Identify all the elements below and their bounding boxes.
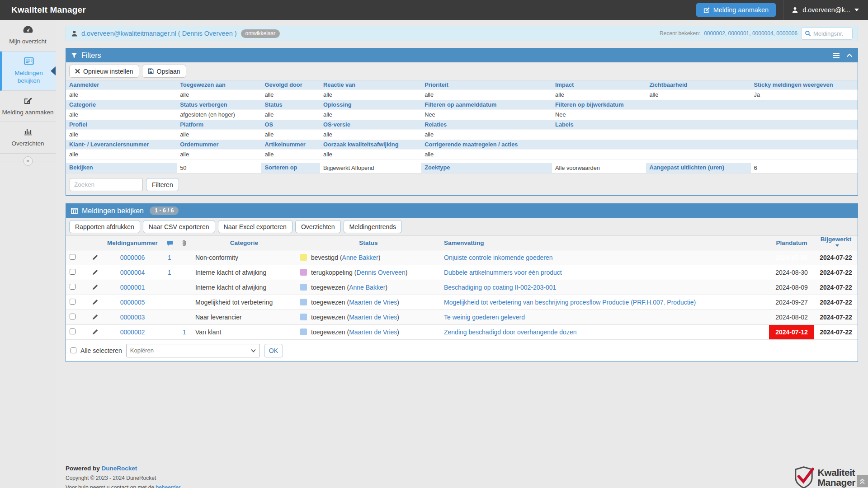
filter-value[interactable]: alle <box>261 150 320 160</box>
create-report-button[interactable]: Melding aanmaken <box>696 3 776 17</box>
assignee-link[interactable]: Maarten de Vries <box>349 314 397 321</box>
reset-filters-button[interactable]: Opnieuw instellen <box>69 65 139 78</box>
filter-label[interactable]: Sorteren op <box>261 163 320 174</box>
filter-value[interactable]: alle <box>66 130 177 140</box>
admin-contact-link[interactable]: beheerder <box>156 484 180 488</box>
edit-pencil-icon[interactable] <box>90 314 99 320</box>
filter-value[interactable]: alle <box>421 130 552 140</box>
filter-label[interactable]: Zoektype <box>421 163 552 174</box>
issue-id-link[interactable]: 0000002 <box>120 328 145 336</box>
edit-pencil-icon[interactable] <box>90 269 99 276</box>
issue-summary-link[interactable]: Dubbele artikelnummers voor één product <box>444 269 562 276</box>
filter-label[interactable]: Impact <box>552 80 646 90</box>
paperclip-icon[interactable] <box>177 236 192 250</box>
issue-number-input[interactable] <box>813 30 849 37</box>
filter-value[interactable]: alle <box>261 130 320 140</box>
user-menu[interactable]: d.overveen@k... <box>783 0 868 20</box>
filter-label[interactable]: Gevolgd door <box>261 80 320 90</box>
filter-value[interactable]: alle <box>320 90 421 100</box>
sidebar-collapse-toggle[interactable]: « <box>23 156 33 166</box>
filter-label[interactable]: Labels <box>552 120 646 130</box>
filter-value[interactable]: 6 <box>751 163 858 174</box>
filter-label[interactable]: Aangepast uitlichten (uren) <box>646 163 750 174</box>
filter-label[interactable]: Profiel <box>66 120 177 130</box>
issue-summary-link[interactable]: Mogelijkheid tot verbetering van beschri… <box>444 299 696 306</box>
filter-value[interactable]: alle <box>177 150 261 160</box>
assignee-link[interactable]: Maarten de Vries <box>349 328 397 336</box>
filter-label[interactable]: OS <box>261 120 320 130</box>
comment-count[interactable]: 1 <box>168 269 171 276</box>
issue-id-link[interactable]: 0000004 <box>120 269 145 276</box>
filter-label[interactable]: Status verbergen <box>177 100 261 110</box>
filter-label[interactable]: Sticky meldingen weergeven <box>751 80 858 90</box>
menu-icon[interactable] <box>833 53 840 58</box>
filter-value[interactable]: Nee <box>421 110 552 120</box>
issue-id-link[interactable]: 0000003 <box>120 314 145 321</box>
export-csv-button[interactable]: Naar CSV exporteren <box>143 220 215 233</box>
filter-label[interactable]: Bekijken <box>66 163 177 174</box>
chevron-up-icon[interactable] <box>846 53 853 57</box>
comment-icon[interactable] <box>162 236 177 250</box>
filter-label[interactable]: Klant- / Leveranciersnummer <box>66 140 177 150</box>
filter-value[interactable]: alle <box>261 110 320 120</box>
filter-value[interactable]: alle <box>177 90 261 100</box>
column-header-bijgewerkt[interactable]: Bijgewerkt <box>814 236 858 250</box>
filter-label[interactable]: Categorie <box>66 100 177 110</box>
recent-viewed-links[interactable]: 0000002, 0000001, 0000004, 0000006 <box>704 30 797 37</box>
attachment-count[interactable]: 1 <box>183 328 186 336</box>
issue-id-link[interactable]: 0000006 <box>120 254 145 261</box>
filter-value[interactable]: alle <box>552 90 646 100</box>
filter-label[interactable]: OS-versie <box>320 120 421 130</box>
row-checkbox[interactable] <box>70 269 75 275</box>
filter-label[interactable]: Zichtbaarheid <box>646 80 750 90</box>
filter-value[interactable]: alle <box>320 110 421 120</box>
row-checkbox[interactable] <box>70 254 75 260</box>
filter-value[interactable]: alle <box>320 130 421 140</box>
filter-label[interactable]: Aanmelder <box>66 80 177 90</box>
filter-value[interactable]: Nee <box>552 110 646 120</box>
filter-value[interactable]: alle <box>320 150 421 160</box>
column-header-categorie[interactable]: Categorie <box>192 236 297 250</box>
comment-count[interactable]: 1 <box>168 254 171 261</box>
filter-value[interactable]: Bijgewerkt Aflopend <box>320 163 421 174</box>
issue-id-link[interactable]: 0000001 <box>120 284 145 291</box>
filter-value[interactable] <box>552 130 646 140</box>
save-filters-button[interactable]: Opslaan <box>142 65 186 78</box>
filter-label[interactable]: Ordernummer <box>177 140 261 150</box>
apply-filter-button[interactable]: Filteren <box>146 178 179 191</box>
edit-pencil-icon[interactable] <box>90 328 99 335</box>
column-header-id[interactable]: Meldingsnummer <box>103 236 162 250</box>
column-header-status[interactable]: Status <box>297 236 440 250</box>
sidebar-item-overzichten[interactable]: Overzichten <box>0 122 56 154</box>
filter-label[interactable]: Filteren op bijwerkdatum <box>552 100 646 110</box>
issue-summary-link[interactable]: Zending beschadigd door overhangende doz… <box>444 328 576 336</box>
assignee-link[interactable]: Maarten de Vries <box>349 299 397 306</box>
export-excel-button[interactable]: Naar Excel exporteren <box>218 220 292 233</box>
row-checkbox[interactable] <box>70 284 75 290</box>
filter-value[interactable]: afgesloten (en hoger) <box>177 110 261 120</box>
column-header-plandatum[interactable]: Plandatum <box>769 236 814 250</box>
current-user-link[interactable]: d.overveen@kwaliteitmanager.nl ( Dennis … <box>81 30 237 37</box>
filter-label[interactable]: Toegewezen aan <box>177 80 261 90</box>
summaries-button[interactable]: Overzichten <box>295 220 341 233</box>
filter-value[interactable]: alle <box>646 90 750 100</box>
filter-label[interactable]: Artikelnummer <box>261 140 320 150</box>
filter-label[interactable]: Relaties <box>421 120 552 130</box>
filter-value[interactable]: Alle voorwaarden <box>552 163 646 174</box>
issue-trends-button[interactable]: Meldingentrends <box>344 220 402 233</box>
sidebar-item-melding-aanmaken[interactable]: Melding aanmaken <box>0 91 56 122</box>
filter-value[interactable]: alle <box>421 150 552 160</box>
filter-value[interactable]: alle <box>421 90 552 100</box>
row-checkbox[interactable] <box>70 314 75 319</box>
filter-label[interactable]: Platform <box>177 120 261 130</box>
filter-value[interactable]: alle <box>261 90 320 100</box>
brand-link[interactable]: DuneRocket <box>102 465 137 472</box>
row-checkbox[interactable] <box>70 328 75 334</box>
bulk-action-select[interactable]: Kopiëren <box>126 344 260 357</box>
filter-value[interactable]: Ja <box>751 90 858 100</box>
filter-label[interactable]: Status <box>261 100 320 110</box>
issue-summary-link[interactable]: Te weinig goederen geleverd <box>444 314 525 321</box>
filter-value[interactable]: alle <box>66 150 177 160</box>
filter-label[interactable]: Oorzaak kwaliteitsafwijking <box>320 140 421 150</box>
filter-value[interactable]: 50 <box>177 163 261 174</box>
